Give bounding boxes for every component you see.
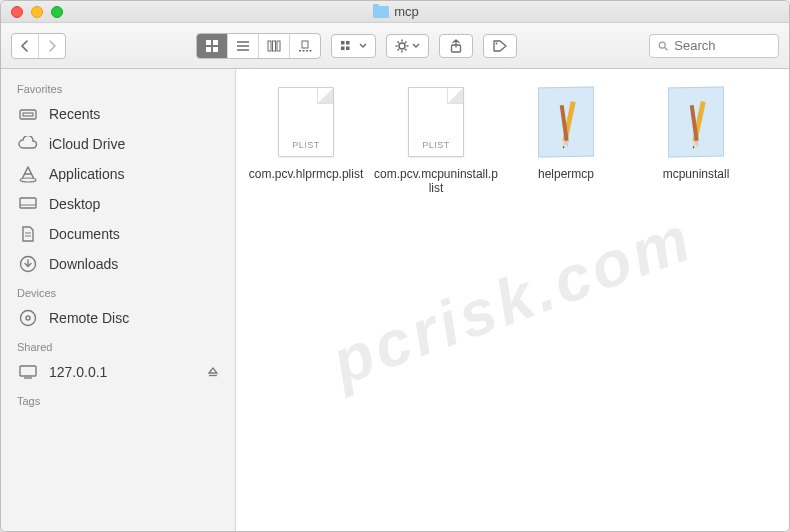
svg-line-26	[398, 49, 399, 50]
sidebar-item-label: Desktop	[49, 196, 100, 212]
svg-rect-36	[20, 198, 36, 208]
titlebar[interactable]: mcp	[1, 1, 789, 23]
action-button[interactable]	[386, 34, 429, 58]
svg-rect-17	[341, 46, 345, 50]
sidebar-item-label: Remote Disc	[49, 310, 129, 326]
app-icon	[534, 87, 598, 159]
file-name: mcpuninstall	[632, 167, 760, 181]
file-item[interactable]: PLIST com.pcv.mcpuninstall.plist	[372, 87, 500, 195]
recents-icon	[17, 105, 39, 123]
svg-marker-48	[562, 146, 564, 148]
sidebar-item-recents[interactable]: Recents	[1, 99, 235, 129]
svg-rect-11	[299, 50, 301, 52]
svg-rect-10	[302, 41, 308, 48]
svg-line-31	[665, 47, 668, 50]
sidebar-header-shared: Shared	[1, 333, 235, 357]
svg-rect-15	[341, 41, 345, 45]
svg-rect-2	[206, 47, 211, 52]
sidebar-item-label: 127.0.0.1	[49, 364, 107, 380]
sidebar-item-downloads[interactable]: Downloads	[1, 249, 235, 279]
folder-icon	[373, 6, 389, 18]
window-title-text: mcp	[394, 4, 419, 19]
svg-rect-1	[213, 40, 218, 45]
sidebar-item-label: Downloads	[49, 256, 118, 272]
search-input[interactable]	[674, 38, 770, 53]
share-button[interactable]	[439, 34, 473, 58]
file-name: helpermcp	[502, 167, 630, 181]
group-by-button[interactable]	[331, 34, 376, 58]
search-icon	[658, 40, 668, 52]
view-mode	[196, 33, 321, 59]
svg-point-41	[21, 311, 36, 326]
svg-line-25	[405, 49, 406, 50]
sidebar-item-shared-host[interactable]: 127.0.0.1	[1, 357, 235, 387]
zoom-button[interactable]	[51, 6, 63, 18]
nav-buttons	[11, 33, 66, 59]
svg-rect-3	[213, 47, 218, 52]
sidebar-item-label: Applications	[49, 166, 125, 182]
svg-rect-9	[277, 41, 280, 51]
column-view-button[interactable]	[259, 34, 290, 58]
sidebar-item-label: iCloud Drive	[49, 136, 125, 152]
sidebar-item-remote-disc[interactable]: Remote Disc	[1, 303, 235, 333]
cloud-icon	[17, 135, 39, 153]
forward-button[interactable]	[39, 34, 65, 58]
sidebar: Favorites Recents iCloud Drive Applicati…	[1, 69, 236, 531]
svg-rect-18	[346, 46, 350, 50]
window-title: mcp	[63, 4, 729, 19]
svg-rect-16	[346, 41, 350, 45]
plist-file-icon: PLIST	[404, 87, 468, 159]
file-item[interactable]: mcpuninstall	[632, 87, 760, 195]
svg-rect-12	[303, 50, 305, 52]
documents-icon	[17, 225, 39, 243]
eject-icon[interactable]	[207, 366, 219, 378]
file-name: com.pcv.hlprmcp.plist	[242, 167, 370, 181]
traffic-lights	[1, 6, 63, 18]
svg-rect-7	[268, 41, 271, 51]
toolbar	[1, 23, 789, 69]
file-name: com.pcv.mcpuninstall.plist	[372, 167, 500, 195]
sidebar-item-label: Documents	[49, 226, 120, 242]
file-item[interactable]: helpermcp	[502, 87, 630, 195]
sidebar-item-applications[interactable]: Applications	[1, 159, 235, 189]
sidebar-header-favorites: Favorites	[1, 75, 235, 99]
svg-line-24	[398, 41, 399, 42]
minimize-button[interactable]	[31, 6, 43, 18]
sidebar-item-label: Recents	[49, 106, 100, 122]
sidebar-item-documents[interactable]: Documents	[1, 219, 235, 249]
computer-icon	[17, 363, 39, 381]
sidebar-item-desktop[interactable]: Desktop	[1, 189, 235, 219]
back-button[interactable]	[12, 34, 39, 58]
close-button[interactable]	[11, 6, 23, 18]
svg-point-35	[20, 178, 36, 182]
finder-window: mcp	[0, 0, 790, 532]
disc-icon	[17, 309, 39, 327]
svg-rect-33	[23, 113, 33, 116]
svg-point-30	[659, 42, 665, 48]
gallery-view-button[interactable]	[290, 34, 320, 58]
watermark: pcrisk.com	[174, 0, 790, 532]
sidebar-header-tags: Tags	[1, 387, 235, 411]
svg-point-29	[496, 42, 498, 44]
sidebar-item-icloud[interactable]: iCloud Drive	[1, 129, 235, 159]
svg-rect-43	[20, 366, 36, 376]
svg-rect-14	[310, 50, 312, 52]
app-icon	[664, 87, 728, 159]
content-area[interactable]: PLIST com.pcv.hlprmcp.plist PLIST com.pc…	[236, 69, 789, 531]
downloads-icon	[17, 255, 39, 273]
plist-file-icon: PLIST	[274, 87, 338, 159]
icon-view-button[interactable]	[197, 34, 228, 58]
svg-point-19	[399, 43, 405, 49]
svg-rect-8	[273, 41, 276, 51]
svg-point-42	[26, 316, 30, 320]
applications-icon	[17, 165, 39, 183]
svg-rect-0	[206, 40, 211, 45]
search-field[interactable]	[649, 34, 779, 58]
svg-marker-53	[692, 146, 694, 148]
list-view-button[interactable]	[228, 34, 259, 58]
tags-button[interactable]	[483, 34, 517, 58]
file-item[interactable]: PLIST com.pcv.hlprmcp.plist	[242, 87, 370, 195]
svg-rect-13	[306, 50, 308, 52]
desktop-icon	[17, 195, 39, 213]
svg-line-27	[405, 41, 406, 42]
